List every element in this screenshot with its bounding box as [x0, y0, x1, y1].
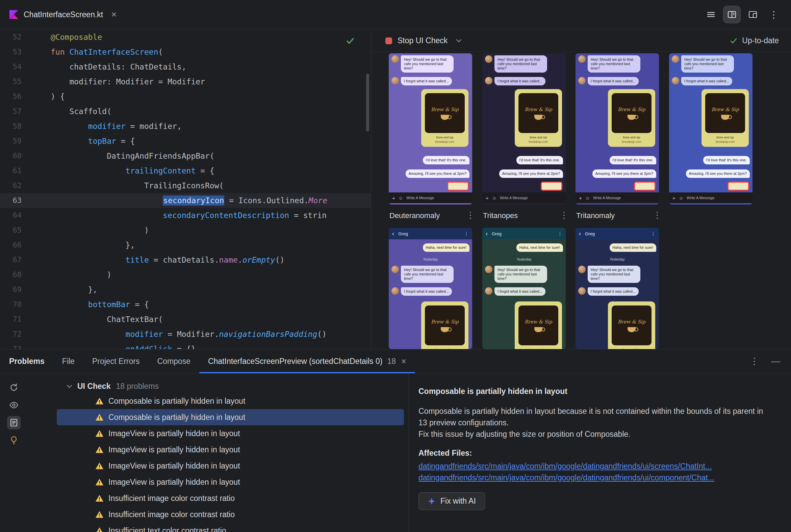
tab-compose[interactable]: Compose — [148, 349, 199, 373]
tab-file[interactable]: File — [53, 349, 84, 373]
more-options-icon[interactable]: ⋮ — [466, 210, 475, 221]
problem-item[interactable]: ImageView is partially hidden in layout — [28, 458, 409, 474]
code-editor[interactable]: 52@Composable53fun ChatInterfaceScreen(5… — [0, 30, 371, 349]
problems-gutter-toolbar — [0, 373, 28, 532]
contact-name: Greg — [585, 231, 595, 236]
back-icon[interactable]: ‹ — [392, 230, 394, 237]
problem-item[interactable]: Composable is partially hidden in layout — [28, 393, 409, 409]
affected-file-link[interactable]: datingandfriends/src/main/java/com/ibm/g… — [419, 460, 712, 472]
more-options-icon[interactable]: ⋮ — [765, 6, 782, 23]
stop-icon[interactable] — [385, 37, 392, 44]
preview-phone-variant[interactable]: ‹Greg⋮Haha, next time for sure!Yesterday… — [482, 228, 566, 349]
tab-close-icon[interactable]: × — [401, 357, 406, 366]
line-number: 67 — [0, 252, 22, 267]
preview-eye-icon[interactable] — [7, 398, 21, 412]
report-view-icon[interactable] — [7, 416, 21, 430]
preview-phone-variant[interactable]: ‹Greg⋮Haha, next time for sure!Yesterday… — [389, 228, 472, 349]
device-mirror-icon[interactable] — [744, 6, 761, 23]
code-text: secondaryContentDescription = strin — [22, 208, 327, 223]
chat-header: ‹Greg⋮ — [575, 228, 659, 239]
minimize-icon[interactable]: — — [771, 356, 780, 366]
inspection-ok-icon[interactable] — [345, 36, 355, 47]
problem-item[interactable]: Composable is partially hidden in layout — [57, 409, 404, 425]
fix-with-ai-label: Fix with AI — [440, 497, 476, 506]
more-options-icon[interactable]: ⋮ — [653, 210, 662, 221]
problem-item[interactable]: ImageView is partially hidden in layout — [28, 441, 409, 458]
chevron-down-icon[interactable] — [67, 383, 72, 388]
message-bubble: I forgot what it was called... — [588, 287, 639, 296]
more-options-icon[interactable]: ⋮ — [464, 231, 469, 236]
more-options-icon[interactable]: ⋮ — [750, 356, 759, 366]
problems-group-header[interactable]: UI Check 18 problems — [28, 379, 409, 393]
received-message: I forgot what it was called... — [391, 287, 452, 296]
affected-file-link[interactable]: datingandfriends/src/main/java/com/ibm/g… — [419, 472, 714, 483]
emoji-icon[interactable]: ☺ — [585, 195, 590, 201]
message-input-bar[interactable]: +☺Write A Message — [389, 192, 472, 203]
emoji-icon[interactable]: ☺ — [492, 195, 496, 201]
code-token: = { — [130, 300, 149, 309]
add-icon[interactable]: + — [673, 195, 676, 201]
more-options-icon[interactable]: ⋮ — [651, 231, 656, 236]
avatar — [485, 266, 493, 273]
code-text: chatDetails: ChatDetails, — [22, 59, 186, 74]
tab-project-errors[interactable]: Project Errors — [84, 349, 149, 373]
fix-with-ai-button[interactable]: Fix with AI — [419, 492, 485, 510]
stop-ui-check-button[interactable]: Stop UI Check — [398, 36, 447, 45]
problem-label: ImageView is partially hidden in layout — [108, 461, 240, 471]
problem-item[interactable]: ImageView is partially hidden in layout — [28, 474, 409, 490]
problem-item[interactable]: Insufficient image color contrast ratio — [28, 506, 409, 522]
group-count: 18 problems — [116, 382, 159, 391]
more-options-icon[interactable]: ⋮ — [560, 210, 568, 221]
tab-close-icon[interactable]: × — [111, 9, 116, 20]
back-icon[interactable]: ‹ — [579, 230, 581, 237]
code-text: TrailingIconsRow( — [22, 178, 224, 193]
tab-preview-problems[interactable]: ChatInterfaceScreenPreview (sortedChatDe… — [199, 349, 415, 373]
add-icon[interactable]: + — [486, 195, 489, 201]
problem-item[interactable]: Insufficient text color contrast ratio — [28, 522, 409, 532]
message-bubble: I forgot what it was called... — [588, 77, 639, 86]
code-line: 60 DatingAndFriendsAppBar( — [0, 149, 371, 164]
editor-scrollbar[interactable] — [366, 74, 369, 132]
avatar — [578, 55, 586, 63]
emoji-icon[interactable]: ☺ — [399, 195, 403, 201]
structure-view-icon[interactable] — [702, 6, 719, 23]
add-icon[interactable]: + — [579, 195, 582, 201]
received-message: I forgot what it was called... — [485, 287, 546, 296]
code-line: 67 title = chatDetails.name.orEmpty() — [0, 252, 371, 267]
more-options-icon[interactable]: ⋮ — [558, 231, 562, 236]
tab-problems[interactable]: Problems — [9, 349, 53, 373]
code-token: title — [126, 255, 149, 264]
emoji-icon[interactable]: ☺ — [679, 195, 683, 201]
problem-count-badge: 18 — [387, 357, 396, 366]
rerun-inspection-icon[interactable] — [7, 381, 21, 394]
brand-logo: Brew & Sip — [612, 305, 651, 345]
code-text: modifier = modifier, — [22, 119, 182, 134]
preview-phone-variant[interactable]: ‹Greg⋮Haha, next time for sure!Yesterday… — [575, 228, 659, 349]
problem-item[interactable]: Insufficient image color contrast ratio — [28, 490, 409, 506]
code-token: DatingAndFriendsAppBar( — [51, 152, 215, 160]
brand-logo: Brew & Sip — [518, 305, 558, 345]
message-input-bar[interactable]: +☺Write A Message — [575, 192, 659, 203]
add-icon[interactable]: + — [392, 195, 395, 201]
message-input-bar[interactable]: +☺Write A Message — [669, 192, 753, 203]
quickfix-bulb-icon[interactable] — [7, 433, 21, 447]
variant-label: Tritanomaly — [576, 211, 615, 220]
back-icon[interactable]: ‹ — [486, 230, 488, 237]
code-line: 59 topBar = { — [0, 134, 371, 149]
link-preview-card: Brew & Sipbrew and sipbrew&sip.com — [515, 89, 562, 147]
date-separator: Yesterday — [575, 258, 659, 261]
line-number: 57 — [0, 104, 22, 119]
chevron-down-icon[interactable] — [456, 37, 462, 42]
code-text: @Composable — [22, 30, 102, 44]
preview-phone[interactable]: Hey! Should we go to that cafe you menti… — [575, 53, 659, 205]
split-editor-icon[interactable] — [723, 6, 740, 23]
ui-check-highlight — [634, 182, 656, 191]
preview-phone[interactable]: Hey! Should we go to that cafe you menti… — [389, 53, 472, 205]
preview-phone[interactable]: Hey! Should we go to that cafe you menti… — [669, 53, 753, 205]
problem-item[interactable]: ImageView is partially hidden in layout — [28, 425, 409, 441]
editor-tab[interactable]: ChatInterfaceScreen.kt × — [0, 0, 126, 29]
brand-name: Brew & Sip — [525, 319, 552, 324]
preview-phone[interactable]: Hey! Should we go to that cafe you menti… — [482, 53, 566, 205]
message-input-bar[interactable]: +☺Write A Message — [482, 192, 566, 203]
code-line: 68 ) — [0, 267, 371, 282]
